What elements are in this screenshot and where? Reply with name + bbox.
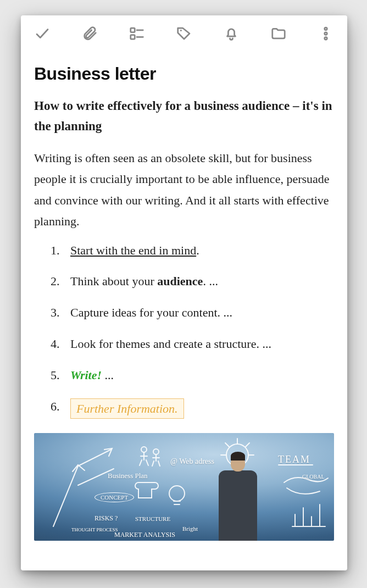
- step-1-link[interactable]: Start with the end in mind: [70, 243, 196, 257]
- note-subtitle: How to write effectively for a business …: [34, 96, 334, 137]
- svg-point-8: [169, 486, 185, 501]
- svg-point-6: [325, 32, 327, 35]
- further-info-box[interactable]: Further Information.: [70, 398, 184, 419]
- doodle-market-analysis: MARKET ANALYSIS: [114, 531, 175, 539]
- doodle-lines: [34, 433, 334, 541]
- step-6: 6. Further Information.: [70, 398, 334, 419]
- svg-point-4: [180, 30, 182, 31]
- doodle-risks: RISKS ?: [94, 514, 118, 523]
- step-4: 4. Look for themes and create a structur…: [70, 336, 334, 353]
- doodle-structure: STRUCTURE: [135, 515, 170, 522]
- svg-point-7: [325, 37, 327, 40]
- note-card: Business letter How to write effectively…: [21, 15, 347, 570]
- note-body[interactable]: How to write effectively for a business …: [21, 96, 347, 419]
- svg-point-5: [325, 27, 327, 30]
- svg-rect-2: [131, 35, 135, 40]
- doodle-bright: Bright: [182, 525, 198, 532]
- step-5: 5. Write! ...: [70, 367, 334, 384]
- step-1: 1. Start with the end in mind.: [70, 242, 334, 259]
- note-paragraph: Writing is often seen as an obsolete ski…: [34, 148, 334, 232]
- doodle-thought-process: THOUGHT PROCESS: [71, 528, 118, 532]
- svg-rect-0: [131, 28, 135, 32]
- checklist-icon[interactable]: [127, 24, 146, 43]
- note-title[interactable]: Business letter: [21, 64, 347, 84]
- doodle-business-plan: Business Plan: [108, 471, 148, 480]
- steps-list: 1. Start with the end in mind. 2. Think …: [34, 242, 334, 419]
- paperclip-icon[interactable]: [80, 24, 99, 43]
- tag-icon[interactable]: [175, 24, 193, 43]
- more-icon[interactable]: [316, 24, 335, 43]
- doodle-global: GLOBAL: [302, 474, 325, 480]
- svg-point-10: [141, 447, 147, 452]
- svg-point-11: [153, 449, 159, 454]
- note-image: Business Plan CONCEPT RISKS ? STRUCTURE …: [34, 433, 334, 541]
- illustration-man: [204, 442, 270, 541]
- note-toolbar: [21, 15, 347, 48]
- bell-icon[interactable]: [222, 24, 241, 43]
- step-2: 2. Think about your audience. ...: [70, 273, 334, 290]
- check-icon[interactable]: [33, 24, 52, 43]
- folder-icon[interactable]: [269, 24, 288, 43]
- step-3: 3. Capture ideas for your content. ...: [70, 304, 334, 321]
- doodle-team: TEAM: [278, 454, 310, 465]
